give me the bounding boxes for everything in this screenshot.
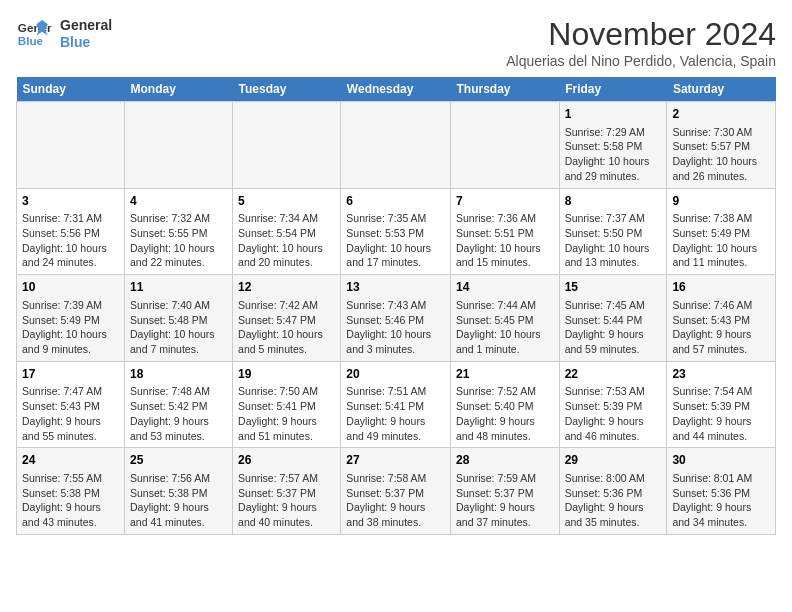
calendar-cell: 17Sunrise: 7:47 AMSunset: 5:43 PMDayligh…: [17, 361, 125, 448]
day-number: 19: [238, 366, 335, 383]
day-number: 29: [565, 452, 662, 469]
calendar-week-row: 3Sunrise: 7:31 AMSunset: 5:56 PMDaylight…: [17, 188, 776, 275]
day-number: 25: [130, 452, 227, 469]
day-info: Sunrise: 7:40 AM: [130, 298, 227, 313]
day-number: 28: [456, 452, 554, 469]
day-number: 10: [22, 279, 119, 296]
calendar-cell: 5Sunrise: 7:34 AMSunset: 5:54 PMDaylight…: [233, 188, 341, 275]
svg-text:Blue: Blue: [18, 34, 44, 47]
day-info: Sunrise: 7:52 AM: [456, 384, 554, 399]
day-number: 30: [672, 452, 770, 469]
day-info: Sunset: 5:54 PM: [238, 226, 335, 241]
logo-icon: General Blue: [16, 16, 52, 52]
day-info: Daylight: 9 hours and 37 minutes.: [456, 500, 554, 529]
day-info: Sunset: 5:38 PM: [22, 486, 119, 501]
title-area: November 2024 Alquerias del Nino Perdido…: [506, 16, 776, 69]
day-info: Daylight: 10 hours and 24 minutes.: [22, 241, 119, 270]
day-info: Daylight: 9 hours and 43 minutes.: [22, 500, 119, 529]
header: General Blue General Blue November 2024 …: [16, 16, 776, 69]
calendar-cell: 14Sunrise: 7:44 AMSunset: 5:45 PMDayligh…: [450, 275, 559, 362]
weekday-header-thursday: Thursday: [450, 77, 559, 102]
day-info: Daylight: 10 hours and 15 minutes.: [456, 241, 554, 270]
day-info: Sunset: 5:50 PM: [565, 226, 662, 241]
day-info: Sunrise: 8:00 AM: [565, 471, 662, 486]
weekday-header-saturday: Saturday: [667, 77, 776, 102]
day-info: Sunset: 5:56 PM: [22, 226, 119, 241]
day-info: Sunset: 5:49 PM: [672, 226, 770, 241]
day-info: Sunrise: 7:32 AM: [130, 211, 227, 226]
calendar-cell: 12Sunrise: 7:42 AMSunset: 5:47 PMDayligh…: [233, 275, 341, 362]
day-number: 4: [130, 193, 227, 210]
day-info: Sunrise: 7:31 AM: [22, 211, 119, 226]
day-number: 1: [565, 106, 662, 123]
calendar-cell: 30Sunrise: 8:01 AMSunset: 5:36 PMDayligh…: [667, 448, 776, 535]
calendar-cell: 26Sunrise: 7:57 AMSunset: 5:37 PMDayligh…: [233, 448, 341, 535]
day-info: Sunset: 5:43 PM: [672, 313, 770, 328]
day-info: Daylight: 9 hours and 57 minutes.: [672, 327, 770, 356]
day-info: Sunset: 5:45 PM: [456, 313, 554, 328]
day-info: Daylight: 9 hours and 53 minutes.: [130, 414, 227, 443]
calendar-cell: 7Sunrise: 7:36 AMSunset: 5:51 PMDaylight…: [450, 188, 559, 275]
day-number: 6: [346, 193, 445, 210]
location-title: Alquerias del Nino Perdido, Valencia, Sp…: [506, 53, 776, 69]
calendar-cell: [450, 102, 559, 189]
day-info: Sunset: 5:36 PM: [672, 486, 770, 501]
day-info: Sunset: 5:39 PM: [565, 399, 662, 414]
logo-line2: Blue: [60, 34, 112, 51]
day-info: Sunrise: 7:48 AM: [130, 384, 227, 399]
day-info: Sunset: 5:44 PM: [565, 313, 662, 328]
day-info: Daylight: 9 hours and 35 minutes.: [565, 500, 662, 529]
day-number: 3: [22, 193, 119, 210]
day-info: Daylight: 10 hours and 22 minutes.: [130, 241, 227, 270]
calendar-cell: 10Sunrise: 7:39 AMSunset: 5:49 PMDayligh…: [17, 275, 125, 362]
day-info: Sunset: 5:37 PM: [346, 486, 445, 501]
day-info: Daylight: 10 hours and 29 minutes.: [565, 154, 662, 183]
day-info: Daylight: 9 hours and 38 minutes.: [346, 500, 445, 529]
day-number: 16: [672, 279, 770, 296]
calendar-week-row: 1Sunrise: 7:29 AMSunset: 5:58 PMDaylight…: [17, 102, 776, 189]
calendar-cell: 1Sunrise: 7:29 AMSunset: 5:58 PMDaylight…: [559, 102, 667, 189]
weekday-header-wednesday: Wednesday: [341, 77, 451, 102]
calendar-cell: 15Sunrise: 7:45 AMSunset: 5:44 PMDayligh…: [559, 275, 667, 362]
day-info: Sunset: 5:51 PM: [456, 226, 554, 241]
day-number: 26: [238, 452, 335, 469]
month-title: November 2024: [506, 16, 776, 53]
calendar-cell: 27Sunrise: 7:58 AMSunset: 5:37 PMDayligh…: [341, 448, 451, 535]
day-info: Sunset: 5:55 PM: [130, 226, 227, 241]
day-info: Sunrise: 8:01 AM: [672, 471, 770, 486]
day-info: Sunrise: 7:56 AM: [130, 471, 227, 486]
day-number: 7: [456, 193, 554, 210]
calendar-cell: 13Sunrise: 7:43 AMSunset: 5:46 PMDayligh…: [341, 275, 451, 362]
day-info: Sunset: 5:36 PM: [565, 486, 662, 501]
weekday-header-tuesday: Tuesday: [233, 77, 341, 102]
calendar-cell: 23Sunrise: 7:54 AMSunset: 5:39 PMDayligh…: [667, 361, 776, 448]
day-number: 17: [22, 366, 119, 383]
day-info: Sunrise: 7:51 AM: [346, 384, 445, 399]
calendar-cell: 22Sunrise: 7:53 AMSunset: 5:39 PMDayligh…: [559, 361, 667, 448]
day-info: Daylight: 9 hours and 41 minutes.: [130, 500, 227, 529]
day-info: Sunrise: 7:58 AM: [346, 471, 445, 486]
day-number: 14: [456, 279, 554, 296]
day-info: Sunrise: 7:47 AM: [22, 384, 119, 399]
day-info: Daylight: 9 hours and 55 minutes.: [22, 414, 119, 443]
day-info: Daylight: 10 hours and 5 minutes.: [238, 327, 335, 356]
day-info: Daylight: 9 hours and 34 minutes.: [672, 500, 770, 529]
svg-text:General: General: [18, 21, 52, 34]
calendar-cell: [17, 102, 125, 189]
day-number: 11: [130, 279, 227, 296]
day-info: Sunset: 5:47 PM: [238, 313, 335, 328]
logo: General Blue General Blue: [16, 16, 112, 52]
day-info: Daylight: 10 hours and 7 minutes.: [130, 327, 227, 356]
day-info: Sunrise: 7:44 AM: [456, 298, 554, 313]
day-info: Sunset: 5:40 PM: [456, 399, 554, 414]
calendar-cell: 4Sunrise: 7:32 AMSunset: 5:55 PMDaylight…: [124, 188, 232, 275]
calendar-week-row: 17Sunrise: 7:47 AMSunset: 5:43 PMDayligh…: [17, 361, 776, 448]
calendar-cell: 20Sunrise: 7:51 AMSunset: 5:41 PMDayligh…: [341, 361, 451, 448]
day-info: Daylight: 9 hours and 59 minutes.: [565, 327, 662, 356]
day-info: Sunset: 5:38 PM: [130, 486, 227, 501]
day-info: Sunrise: 7:55 AM: [22, 471, 119, 486]
weekday-header-friday: Friday: [559, 77, 667, 102]
day-number: 23: [672, 366, 770, 383]
day-number: 2: [672, 106, 770, 123]
weekday-header-row: SundayMondayTuesdayWednesdayThursdayFrid…: [17, 77, 776, 102]
